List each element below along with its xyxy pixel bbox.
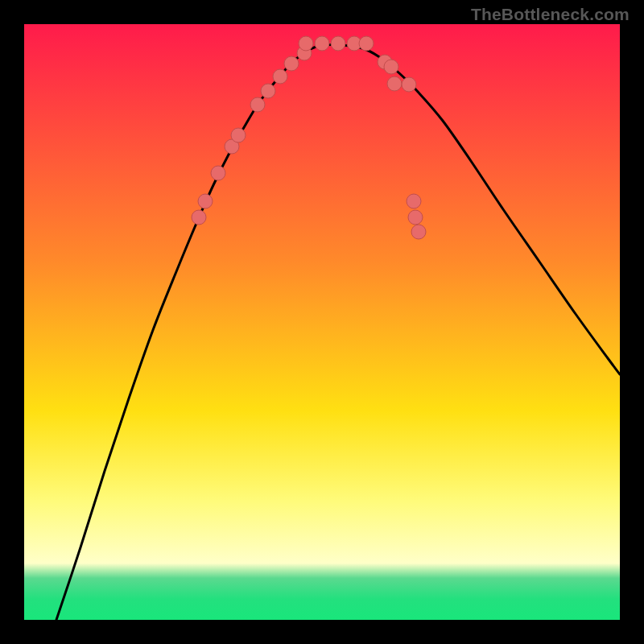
data-marker [387,76,402,91]
data-marker [231,128,246,142]
data-marker [411,225,426,239]
data-marker [331,36,345,51]
data-marker [315,36,329,51]
chart-frame: TheBottleneck.com [0,0,644,644]
data-marker [402,77,416,92]
data-marker [359,36,374,51]
data-marker [198,194,213,208]
data-marker [299,36,313,51]
bottleneck-plot [24,24,620,620]
data-marker [407,194,421,208]
data-marker [284,56,299,71]
data-marker [408,210,423,225]
data-marker [211,166,225,180]
data-marker [273,69,287,84]
gradient-background [24,24,620,620]
data-marker [384,60,398,74]
chart-svg [24,24,620,620]
data-marker [192,210,206,225]
watermark-label: TheBottleneck.com [471,5,630,24]
data-marker [261,84,275,98]
data-marker [250,97,265,112]
